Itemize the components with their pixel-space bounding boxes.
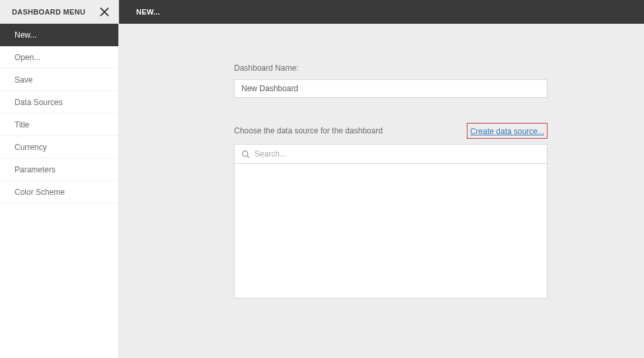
page-title: NEW...	[136, 8, 160, 16]
search-box	[234, 144, 547, 164]
sidebar-item-data-sources[interactable]: Data Sources	[0, 91, 118, 114]
sidebar-item-label: Parameters	[15, 165, 56, 174]
data-source-row: Choose the data source for the dashboard…	[234, 123, 547, 139]
sidebar-item-label: Currency	[15, 143, 47, 152]
search-icon	[241, 150, 250, 159]
sidebar-title: DASHBOARD MENU	[12, 8, 85, 16]
sidebar-item-save[interactable]: Save	[0, 69, 118, 91]
sidebar-item-color-scheme[interactable]: Color Scheme	[0, 181, 118, 203]
sidebar-item-new[interactable]: New...	[0, 24, 118, 46]
data-source-label: Choose the data source for the dashboard	[234, 126, 383, 135]
search-input[interactable]	[255, 149, 540, 159]
topbar: NEW...	[119, 0, 644, 24]
sidebar-item-label: Data Sources	[15, 98, 63, 107]
sidebar-item-label: Title	[15, 120, 29, 129]
create-data-source-highlight: Create data source...	[467, 123, 547, 139]
close-icon[interactable]	[97, 5, 112, 19]
sidebar-item-label: Color Scheme	[15, 188, 65, 197]
main-panel: Dashboard Name: Choose the data source f…	[119, 24, 644, 358]
sidebar-item-label: Save	[15, 75, 32, 85]
sidebar: DASHBOARD MENU New... Open... Save Data …	[0, 0, 119, 358]
data-source-list[interactable]	[234, 164, 547, 299]
create-data-source-link[interactable]: Create data source...	[470, 127, 544, 136]
svg-point-2	[243, 151, 248, 156]
sidebar-item-label: Open...	[15, 53, 40, 62]
dashboard-name-input[interactable]	[234, 79, 547, 98]
sidebar-item-currency[interactable]: Currency	[0, 136, 118, 159]
sidebar-item-label: New...	[15, 30, 36, 40]
svg-line-3	[247, 155, 249, 157]
dashboard-name-label: Dashboard Name:	[234, 63, 545, 73]
sidebar-item-title[interactable]: Title	[0, 114, 118, 136]
sidebar-item-open[interactable]: Open...	[0, 46, 118, 69]
sidebar-item-parameters[interactable]: Parameters	[0, 159, 118, 181]
sidebar-header: DASHBOARD MENU	[0, 0, 118, 24]
